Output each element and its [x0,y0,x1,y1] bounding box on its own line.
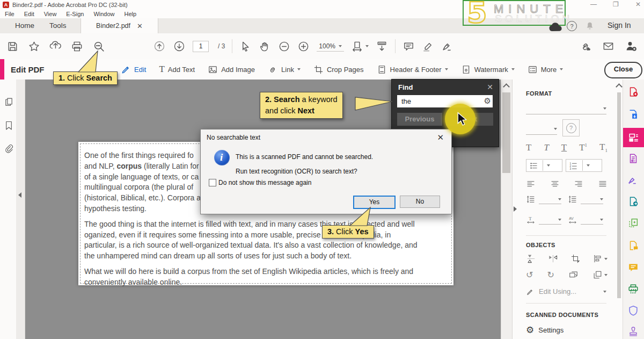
request-signature-icon[interactable] [627,240,639,251]
rotate-ccw-icon[interactable]: ↺ [526,270,533,280]
edit-pdf-tool-selected[interactable] [623,128,644,147]
minimize-button[interactable]: — [590,1,597,8]
find-previous-button[interactable]: Previous [397,113,442,126]
ocr-close-icon[interactable]: ✕ [437,133,444,142]
notifications-bell-icon[interactable] [585,21,595,31]
bookmarks-icon[interactable] [3,120,14,131]
character-spacing-select[interactable]: AV [568,215,603,225]
align-objects-select[interactable] [592,254,608,264]
font-size-select[interactable] [526,124,557,135]
format-section-title: FORMAT [526,90,552,97]
protect-shield-icon[interactable] [627,305,639,316]
link-tool-button[interactable]: Link [268,64,301,75]
menu-window[interactable]: Window [89,10,119,18]
next-page-icon[interactable] [173,40,186,53]
line-spacing-select[interactable] [526,194,561,204]
find-close-icon[interactable]: ✕ [487,83,493,91]
menu-file[interactable]: File [0,10,19,18]
close-window-button[interactable]: ✕ [635,1,641,8]
page-number-input[interactable]: 1 [193,41,209,52]
select-cursor-icon[interactable] [239,40,252,53]
scanned-settings-button[interactable]: ⚙ Settings [526,324,564,336]
underline-icon[interactable]: T [561,142,567,153]
comment-tool-icon[interactable] [627,262,639,273]
ocr-no-button[interactable]: No [400,196,440,208]
align-justify-icon[interactable] [598,179,608,189]
align-left-icon[interactable] [526,179,536,189]
align-center-icon[interactable] [550,179,560,189]
align-right-icon[interactable] [574,179,583,189]
close-editpdf-button[interactable]: Close [604,62,642,78]
tab-home[interactable]: Home [6,18,43,33]
add-user-icon[interactable] [625,40,638,53]
expand-panel-icon[interactable] [514,206,517,212]
print-production-icon[interactable] [627,283,639,295]
share-cloud-icon[interactable] [49,40,62,53]
bold-icon[interactable]: T [526,142,531,153]
tab-document[interactable]: Binder2.pdf ✕ [80,18,158,33]
tab-tools[interactable]: Tools [41,18,75,33]
menu-help[interactable]: Help [120,10,142,18]
fill-sign-tool-icon[interactable] [627,174,639,186]
numbered-list-select[interactable]: 123 [566,159,602,172]
do-not-show-label: Do not show this message again [218,179,311,186]
crop-object-icon[interactable] [570,254,581,264]
send-for-comments-icon[interactable] [627,196,639,207]
zoom-in-icon[interactable] [297,40,310,53]
watermark-button[interactable]: Watermark [461,64,515,75]
edit-tool-button[interactable]: Edit [121,64,146,75]
previous-page-icon[interactable] [153,40,166,53]
add-text-button[interactable]: T Add Text [159,64,195,75]
arrange-select[interactable] [592,270,608,280]
email-icon[interactable] [602,40,614,53]
edit-using-select[interactable]: Edit Using... [526,287,606,296]
superscript-icon[interactable]: T1 [579,142,587,153]
sign-in-button[interactable]: Sign In [608,21,631,30]
hand-tool-icon[interactable] [259,40,271,53]
add-image-button[interactable]: Add Image [208,64,255,75]
do-not-show-checkbox[interactable] [209,179,216,186]
rotate-cw-icon[interactable]: ↻ [547,270,554,280]
organize-pages-icon[interactable] [627,217,639,229]
collapse-left-panel-icon[interactable] [18,192,21,198]
horizontal-scale-select[interactable]: T [526,215,561,225]
fill-sign-icon[interactable] [441,40,453,53]
bullet-list-select[interactable] [526,159,562,172]
zoom-level-select[interactable]: 100% [317,41,344,52]
italic-icon[interactable]: T [544,142,548,153]
prepare-form-icon[interactable] [627,153,639,164]
scrollbar-thumb[interactable] [502,92,510,173]
header-footer-button[interactable]: Header & Footer [377,64,448,75]
paragraph-spacing-select[interactable] [568,194,603,204]
create-pdf-icon[interactable] [627,86,639,98]
menu-esign[interactable]: E-Sign [61,10,89,18]
font-help-button[interactable]: ? [562,119,580,136]
save-icon[interactable] [6,40,19,53]
flip-vertical-icon[interactable] [526,254,536,264]
link-share-icon[interactable] [580,40,592,53]
comment-icon[interactable] [402,40,415,53]
replace-image-icon[interactable] [568,270,579,280]
export-pdf-icon[interactable] [627,109,639,120]
star-icon[interactable] [28,40,40,53]
stamp-icon[interactable] [627,326,639,338]
crop-pages-button[interactable]: Crop Pages [313,64,364,75]
fit-page-icon[interactable] [376,40,388,53]
highlighter-icon[interactable] [422,40,434,53]
menu-view[interactable]: View [39,10,62,18]
flip-horizontal-icon[interactable] [548,254,558,264]
find-search-input[interactable] [397,95,493,107]
attachments-paperclip-icon[interactable] [3,143,14,154]
zoom-out-icon[interactable] [278,40,290,53]
restore-button[interactable]: ❐ [613,1,619,8]
menu-edit[interactable]: Edit [19,10,39,18]
more-tools-button[interactable]: More [528,64,564,75]
page-thumbnails-icon[interactable] [3,97,14,108]
font-family-select[interactable] [526,103,606,114]
tab-close-icon[interactable]: ✕ [137,23,143,30]
subscript-icon[interactable]: T1 [599,142,608,153]
find-options-gear-icon[interactable]: ⚙ [484,96,491,106]
fit-width-select[interactable] [351,40,369,53]
panel-scrollbar-thumb[interactable] [617,92,621,298]
help-icon: ? [566,123,576,133]
